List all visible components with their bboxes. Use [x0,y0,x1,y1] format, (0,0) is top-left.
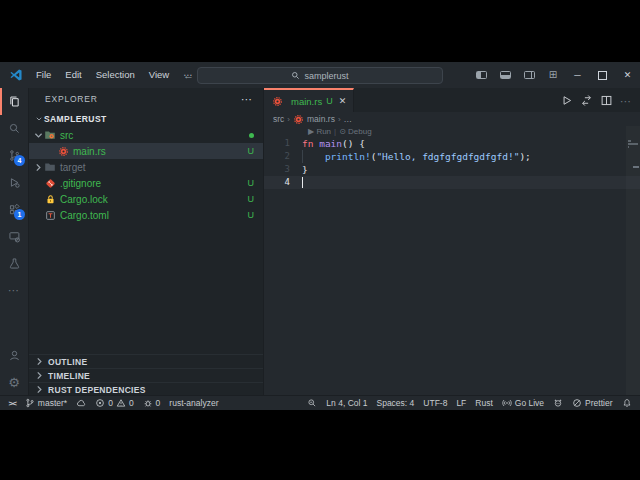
line-number: 2 [264,150,302,163]
code-text: fn main() { [302,137,365,150]
status-bar-right: Ln 4, Col 1Spaces: 4UTF-8LFRustGo LivePr… [303,396,636,410]
status-language-mode[interactable]: Rust [471,396,497,410]
token-mc: println! [325,151,371,162]
status-cursor-position[interactable]: Ln 4, Col 1 [322,396,372,410]
activity-testing[interactable] [0,250,28,277]
tree-item-Cargo-lock[interactable]: Cargo.lockU [29,191,263,207]
overview-ruler-mark [633,166,639,168]
tab-bar: main.rs U ✕ ⋯ [264,88,640,112]
code-line-1[interactable]: 1fn main() { [264,137,640,150]
tab-git-badge: U [326,96,333,106]
status-go-live[interactable]: Go Live [497,396,548,410]
activity-additional-views[interactable]: ⋯ [0,277,28,304]
status-count: 0 [129,398,134,408]
workspace-label: SAMPLERUST [44,114,107,124]
section-timeline[interactable]: TIMELINE [29,368,263,382]
bell-icon [622,398,632,408]
section-outline[interactable]: OUTLINE [29,354,263,368]
breadcrumb-item-main-rs[interactable]: main.rs [293,114,335,125]
status-screencast-zoom[interactable] [303,396,322,410]
tree-item-main-rs[interactable]: main.rsU [29,143,263,159]
minimap[interactable] [626,126,640,396]
run-file-icon[interactable] [560,94,573,107]
tree-item-label: Cargo.toml [60,210,109,221]
tab-close-icon[interactable]: ✕ [339,96,347,106]
tree-item-target[interactable]: target [29,159,263,175]
status-git-branch[interactable]: master* [20,396,71,410]
status-rust-analyzer-status[interactable]: rust-analyzer [165,396,223,410]
explorer-more-actions-icon[interactable]: ⋯ [241,93,253,106]
status-label: master* [38,398,67,408]
activity-bar: 41⋯⚙ [0,88,29,396]
git-untracked-badge: U [248,146,255,156]
menu-item-edit[interactable]: Edit [58,62,88,88]
activity-accounts[interactable] [0,342,28,369]
status-eol[interactable]: LF [452,396,471,410]
activity-search[interactable] [0,115,28,142]
status-remote-indicator[interactable]: >< [4,396,20,410]
tree-item-src[interactable]: src [29,127,263,143]
vscode-window: FileEditSelectionView⋯ ← → samplerust ⊞ … [0,62,640,410]
chevron-down-icon [33,129,44,142]
git-untracked-badge: U [248,194,255,204]
menu-item-view[interactable]: View [142,62,176,88]
status-encoding[interactable]: UTF-8 [419,396,452,410]
toggle-secondary-sidebar-icon[interactable] [517,62,541,88]
toggle-sidebar-icon[interactable] [469,62,493,88]
activity-source-control[interactable]: 4 [0,142,28,169]
debug-icon [8,176,21,189]
rust-file-icon [293,114,304,125]
workspace-root[interactable]: SAMPLERUST [29,110,263,127]
section-label: TIMELINE [48,371,90,381]
breadcrumb-item-more[interactable]: … [344,114,353,124]
section-rust-dependencies[interactable]: RUST DEPENDENCIES [29,382,263,396]
code-area[interactable]: ▶ Run|⊙ Debug 1fn main() {2 println!("He… [264,126,640,396]
more-actions-icon[interactable]: ⋯ [620,91,632,109]
status-publish-changes[interactable] [72,396,91,410]
close-button[interactable]: ✕ [615,62,640,88]
nav-back-icon[interactable]: ← [183,69,194,81]
code-line-4[interactable]: 4 [264,176,640,189]
menu-item-file[interactable]: File [29,62,58,88]
git-untracked-badge: U [248,178,255,188]
code-line-3[interactable]: 3} [264,163,640,176]
status-copilot[interactable] [549,396,568,410]
open-changes-icon[interactable] [580,94,593,107]
lock-icon [44,193,56,205]
magnify-icon [307,398,317,408]
activity-explorer[interactable] [0,88,26,115]
tree-item--gitignore[interactable]: .gitignoreU [29,175,263,191]
menu-bar: FileEditSelectionView⋯ [29,62,200,88]
status-prettier[interactable]: Prettier [568,396,617,410]
status-label: rust-analyzer [169,398,218,408]
menu-item-selection[interactable]: Selection [89,62,142,88]
codelens-debug[interactable]: ⊙ Debug [339,127,372,136]
codelens-run[interactable]: ▶ Run [308,127,331,136]
line-number: 3 [264,163,302,176]
customize-layout-icon[interactable]: ⊞ [541,62,565,88]
activity-settings[interactable]: ⚙ [0,369,28,396]
token-pn [302,151,325,162]
search-value: samplerust [304,71,348,81]
activity-run-and-debug[interactable] [0,169,28,196]
split-editor-icon[interactable] [600,94,613,107]
status-label: 0 [156,398,161,408]
tree-item-Cargo-toml[interactable]: Cargo.tomlU [29,207,263,223]
code-line-2[interactable]: 2 println!("Hello, fdgfgfgdfgdfgfd!"); [264,150,640,163]
status-notifications[interactable] [617,396,636,410]
status-bug-count[interactable]: 0 [138,396,165,410]
command-center-search[interactable]: samplerust [197,67,443,84]
error-icon [95,398,105,408]
tab-main-rs[interactable]: main.rs U ✕ [264,88,354,112]
activity-remote-explorer[interactable] [0,223,28,250]
status-bar: ><master*000rust-analyzer Ln 4, Col 1Spa… [0,395,640,410]
activity-extensions[interactable]: 1 [0,196,28,223]
status-problems[interactable]: 00 [91,396,138,410]
toggle-panel-icon[interactable] [493,62,517,88]
token-pn: () { [342,138,365,149]
activity-badge: 4 [14,155,25,166]
minimize-button[interactable]: ─ [565,62,590,88]
breadcrumb-item-src[interactable]: src [273,114,284,124]
status-indentation[interactable]: Spaces: 4 [372,396,419,410]
restore-button[interactable] [590,62,615,88]
